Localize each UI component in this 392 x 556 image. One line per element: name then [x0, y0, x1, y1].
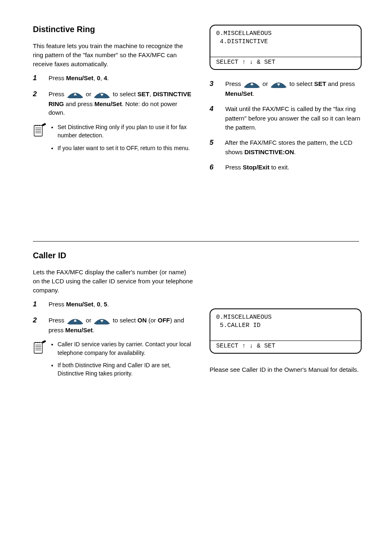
- section-title: Caller ID: [33, 251, 193, 260]
- menu-set-key: Menu/Set: [65, 327, 93, 334]
- lcd-prompt: SELECT ↑ ↓ & SET: [210, 57, 361, 69]
- down-arrow-button-icon: [93, 317, 111, 324]
- step-5: 5 After the FAX/MFC stores the pattern, …: [210, 138, 362, 157]
- notepad-icon: [33, 123, 46, 139]
- step-1: 1 Press Menu/Set, 0, 5.: [33, 299, 193, 310]
- intro-text: This feature lets you train the machine …: [33, 42, 193, 68]
- note-list: Caller ID service varies by carrier. Con…: [50, 340, 193, 382]
- svg-point-13: [35, 342, 36, 343]
- set-label: SET: [138, 90, 150, 97]
- key-0: 0: [97, 74, 100, 81]
- key-5: 5: [104, 301, 107, 308]
- note-item: Caller ID service varies by carrier. Con…: [58, 340, 193, 357]
- step-number: 5: [210, 138, 224, 148]
- step-number: 3: [210, 79, 224, 89]
- key-0: 0: [97, 301, 100, 308]
- step-number: 1: [33, 73, 47, 83]
- down-arrow-button-icon: [270, 81, 287, 88]
- note-list: Set Distinctive Ring only if you plan to…: [50, 123, 193, 156]
- note-block: Set Distinctive Ring only if you plan to…: [33, 123, 193, 156]
- distinctive-ring-left: Distinctive Ring This feature lets you t…: [33, 25, 193, 156]
- off-label: OFF: [158, 317, 170, 324]
- lcd-display: 0.MISCELLANEOUS 4.DISTINCTIVE SELECT ↑ ↓…: [210, 25, 362, 70]
- step-2: 2 Press or to select ON (or OFF) and pre…: [33, 315, 193, 334]
- stop-exit-key: Stop/Exit: [243, 164, 270, 171]
- note-item: Set Distinctive Ring only if you plan to…: [58, 123, 193, 140]
- note-item: If you later want to set it to OFF, retu…: [58, 144, 193, 152]
- up-arrow-button-icon: [67, 317, 84, 324]
- lcd-prompt: SELECT ↑ ↓ & SET: [210, 341, 361, 353]
- menu-set-key: Menu/Set: [95, 100, 122, 107]
- section-divider: [33, 241, 359, 242]
- up-arrow-button-icon: [67, 91, 84, 98]
- step-number: 1: [33, 299, 47, 310]
- notepad-icon: [33, 340, 46, 356]
- section-title: Distinctive Ring: [33, 25, 193, 34]
- note-block: Caller ID service varies by carrier. Con…: [33, 340, 193, 382]
- step-6: 6 Press Stop/Exit to exit.: [210, 162, 362, 173]
- svg-point-15: [39, 342, 40, 343]
- caller-id-right: 0.MISCELLANEOUS 5.CALLER ID SELECT ↑ ↓ &…: [210, 308, 362, 379]
- step-number: 6: [210, 162, 224, 173]
- svg-rect-0: [34, 125, 42, 136]
- dr-on-label: DISTINCTIVE:ON: [244, 148, 294, 155]
- svg-point-5: [35, 125, 36, 126]
- step-number: 2: [33, 89, 47, 100]
- lcd-body: 0.MISCELLANEOUS 5.CALLER ID: [216, 313, 355, 339]
- step-2: 2 Press or to select SET, DISTINCTIVE RI…: [33, 89, 193, 117]
- caller-id-left: Caller ID Lets the FAX/MFC display the c…: [33, 251, 193, 382]
- svg-rect-8: [34, 343, 42, 353]
- svg-point-6: [37, 125, 38, 126]
- menu-set-key: Menu/Set: [66, 301, 94, 308]
- menu-set-key: Menu/Set: [66, 74, 94, 81]
- footer-note: Please see Caller ID in the Owner's Manu…: [210, 365, 362, 374]
- up-arrow-button-icon: [243, 81, 261, 88]
- key-4: 4: [104, 74, 107, 81]
- step-number: 4: [210, 104, 224, 114]
- step-4: 4 Wait until the FAX/MFC is called by th…: [210, 104, 362, 132]
- step-1: 1 Press Menu/Set, 0, 4.: [33, 73, 193, 83]
- distinctive-ring-right: 0.MISCELLANEOUS 4.DISTINCTIVE SELECT ↑ ↓…: [210, 25, 362, 178]
- lcd-body: 0.MISCELLANEOUS 4.DISTINCTIVE: [216, 30, 355, 55]
- step-number: 2: [33, 315, 47, 326]
- svg-point-7: [39, 125, 40, 126]
- on-label: ON: [138, 317, 147, 324]
- set-label: SET: [314, 80, 326, 87]
- note-item: If both Distinctive Ring and Caller ID a…: [58, 361, 193, 378]
- svg-point-14: [37, 342, 38, 343]
- down-arrow-button-icon: [93, 91, 111, 98]
- menu-set-key: Menu/Set: [225, 90, 253, 97]
- lcd-display: 0.MISCELLANEOUS 5.CALLER ID SELECT ↑ ↓ &…: [210, 308, 362, 354]
- intro-text: Lets the FAX/MFC display the caller's nu…: [33, 268, 193, 294]
- step-3: 3 Press or to select SET and press Menu/…: [210, 79, 362, 98]
